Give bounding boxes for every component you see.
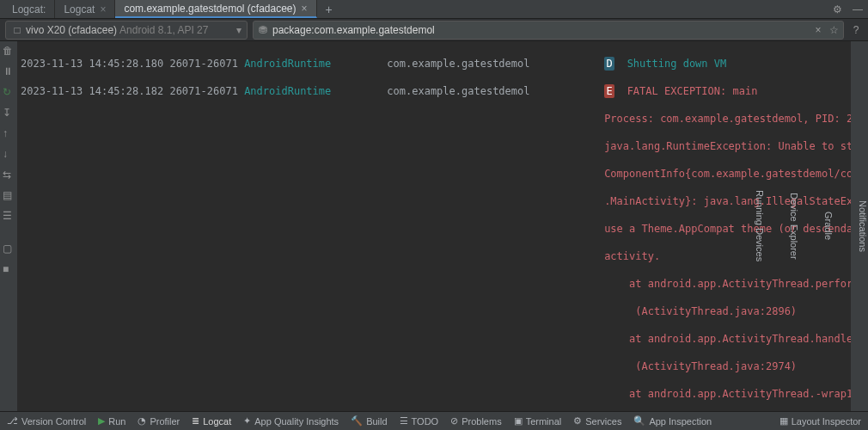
left-toolbar: 🗑 ⏸ ↻ ↧ ↑ ↓ ⇆ ▤ ☰ ▢ ■ (0, 41, 17, 411)
device-detail: Android 8.1, API 27 (119, 24, 208, 36)
level-d-badge: D (604, 57, 614, 71)
err-line: FATAL EXCEPTION: main (627, 85, 758, 97)
tab-logcat[interactable]: Logcat × (55, 0, 115, 18)
services-button[interactable]: ⚙ Services (573, 415, 621, 427)
soft-wrap-icon[interactable]: ⇆ (3, 169, 15, 181)
err-line: java.lang.RuntimeException: Unable to st… (604, 140, 851, 152)
log-output[interactable]: 2023-11-13 14:45:28.180 26071-26071 Andr… (17, 41, 851, 411)
tab-running-devices[interactable]: Running Devices (755, 190, 765, 261)
record-icon[interactable]: ■ (3, 263, 15, 275)
clear-log-icon[interactable]: 🗑 (3, 45, 15, 57)
app-inspection-button[interactable]: 🔍 App Inspection (633, 415, 712, 427)
app-quality-insights-button[interactable]: ✦ App Quality Insights (243, 415, 339, 427)
right-toolbar: Notifications Gradle Device Explorer Run… (851, 41, 868, 411)
tab-device-explorer[interactable]: Device Explorer (789, 193, 799, 260)
device-name: vivo X20 (cfadacee) (26, 24, 117, 36)
panel-label: Logcat: (3, 0, 55, 18)
pid: 26071-26071 (169, 85, 237, 97)
err-line: (ActivityThread.java:2896) (604, 305, 797, 317)
tab-app[interactable]: com.example.gatestdemol (cfadacee) × (115, 0, 316, 18)
filter-input[interactable] (272, 24, 809, 36)
close-icon[interactable]: × (302, 3, 308, 15)
close-icon[interactable]: × (100, 3, 106, 15)
pid: 26071-26071 (169, 58, 237, 70)
build-button[interactable]: 🔨 Build (351, 415, 387, 427)
filter-box[interactable]: ⛃ × ☆ (253, 21, 844, 40)
log-tag: AndroidRuntime (244, 58, 331, 70)
timestamp: 2023-11-13 14:45:28.182 (21, 85, 163, 97)
minimize-icon[interactable]: — (851, 3, 865, 16)
filter-icon: ⛃ (257, 24, 269, 36)
help-icon[interactable]: ? (849, 23, 863, 37)
tab-label: Logcat (64, 3, 95, 15)
next-icon[interactable]: ↓ (3, 148, 15, 160)
pause-icon[interactable]: ⏸ (3, 65, 15, 77)
err-line: Process: com.example.gatestdemol, PID: 2… (604, 113, 851, 125)
tab-gradle[interactable]: Gradle (823, 212, 834, 240)
profiler-button[interactable]: ◔ Profiler (138, 415, 180, 427)
pkg: com.example.gatestdemol (387, 85, 529, 97)
log-msg: Shutting down VM (627, 58, 727, 70)
err-line: activity. (604, 250, 660, 262)
clear-icon[interactable]: × (812, 24, 824, 36)
terminal-button[interactable]: ▣ Terminal (514, 415, 562, 427)
logcat-button[interactable]: ≣ Logcat (192, 415, 231, 427)
screenshot-icon[interactable]: ▢ (3, 243, 15, 255)
problems-button[interactable]: ⊘ Problems (450, 415, 501, 427)
timestamp: 2023-11-13 14:45:28.180 (21, 58, 163, 70)
favorite-icon[interactable]: ☆ (828, 24, 840, 36)
err-line: .MainActivity}: java.lang.IllegalStateEx… (604, 195, 851, 207)
pkg: com.example.gatestdemol (387, 58, 529, 70)
new-tab-button[interactable]: + (317, 0, 341, 18)
todo-button[interactable]: ☰ TODO (400, 415, 439, 427)
device-selector[interactable]: □ vivo X20 (cfadacee) Android 8.1, API 2… (5, 21, 248, 40)
device-icon: □ (11, 24, 23, 36)
err-line: at android.app.ActivityThread.handleLaun… (604, 333, 851, 345)
gear-icon[interactable]: ⚙ (830, 3, 844, 16)
split-icon[interactable]: ▤ (3, 189, 15, 201)
settings-icon[interactable]: ☰ (3, 210, 15, 222)
err-line: ComponentInfo{com.example.gatestdemol/co… (604, 168, 851, 180)
err-line: at android.app.ActivityThread.performLau… (604, 278, 851, 290)
version-control-button[interactable]: ⎇ Version Control (7, 415, 86, 427)
err-line: (ActivityThread.java:2974) (604, 360, 797, 372)
chevron-down-icon: ▾ (236, 24, 241, 36)
prev-icon[interactable]: ↑ (3, 127, 15, 139)
scroll-to-end-icon[interactable]: ↧ (3, 107, 15, 119)
err-line: use a Theme.AppCompat theme (or descenda… (604, 223, 851, 235)
err-line: at android.app.ActivityThread.-wrap11(Un… (604, 388, 851, 400)
tab-notifications[interactable]: Notifications (858, 200, 868, 252)
level-e-badge: E (604, 84, 614, 98)
run-button[interactable]: ▶ Run (98, 415, 125, 427)
restart-icon[interactable]: ↻ (3, 86, 15, 98)
tab-label: com.example.gatestdemol (cfadacee) (124, 3, 296, 15)
layout-inspector-button[interactable]: ▦ Layout Inspector (779, 415, 861, 427)
log-tag: AndroidRuntime (244, 85, 331, 97)
